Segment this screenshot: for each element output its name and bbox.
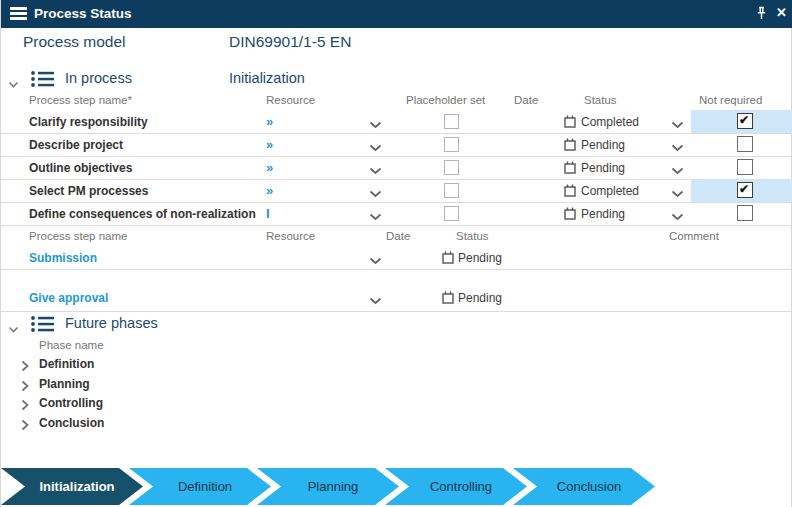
section-phase: Initialization	[229, 70, 305, 86]
status-dropdown-icon[interactable]	[671, 164, 684, 178]
status-dropdown-icon[interactable]	[671, 210, 684, 224]
phase-tree-item[interactable]: Conclusion	[1, 413, 792, 433]
status-dropdown-icon[interactable]	[671, 118, 684, 132]
status-dropdown-icon[interactable]	[671, 141, 684, 155]
placeholder-set-checkbox[interactable]	[444, 137, 459, 152]
not-required-checkbox[interactable]	[737, 113, 753, 129]
collapse-chevron-icon[interactable]	[8, 75, 19, 93]
phase-label: Conclusion	[39, 416, 104, 430]
titlebar: Process Status ✕	[1, 0, 792, 28]
col-date: Date	[514, 94, 538, 106]
ribbon-phase-controlling[interactable]: Controlling	[385, 468, 527, 505]
status-value: Completed	[581, 115, 639, 129]
placeholder-set-checkbox[interactable]	[444, 114, 459, 129]
ribbon-phase-planning[interactable]: Planning	[257, 468, 399, 505]
resource-link[interactable]: »	[266, 137, 273, 152]
list-icon	[29, 314, 55, 338]
step-name: Clarify responsibility	[29, 115, 148, 129]
step-name: Select PM processes	[29, 184, 148, 198]
resource-dropdown-icon[interactable]	[369, 164, 382, 178]
table-row: Outline objectives » Pending	[1, 156, 792, 180]
calendar-icon[interactable]	[564, 138, 576, 154]
calendar-icon[interactable]	[564, 161, 576, 177]
col-date: Date	[386, 230, 410, 242]
section-in-process-header: In process Initialization	[1, 68, 792, 90]
status-value: Pending	[581, 138, 625, 152]
step-table-header: Process step name* Resource Placeholder …	[1, 94, 792, 110]
calendar-icon[interactable]	[442, 291, 454, 307]
resource-link[interactable]: »	[266, 160, 273, 175]
resource-dropdown-icon[interactable]	[369, 187, 382, 201]
col-process-step-name: Process step name	[29, 230, 127, 242]
col-not-required: Not required	[699, 94, 762, 106]
resource-link[interactable]: »	[266, 183, 273, 198]
placeholder-set-checkbox[interactable]	[444, 160, 459, 175]
status-value: Pending	[581, 207, 625, 221]
process-model-label: Process model	[23, 33, 126, 51]
milestone-link[interactable]: Give approval	[29, 291, 108, 305]
resource-dropdown-icon[interactable]	[369, 141, 382, 155]
window-title: Process Status	[34, 6, 132, 21]
menu-icon[interactable]	[10, 7, 27, 20]
process-model-row: Process model DIN69901/1-5 EN	[1, 33, 792, 55]
process-status-window: Process Status ✕ Process model DIN69901/…	[0, 0, 792, 507]
ribbon-phase-definition[interactable]: Definition	[129, 468, 271, 505]
table-row: Clarify responsibility » Completed	[1, 110, 792, 134]
table-row: Give approval Pending	[1, 269, 792, 312]
calendar-icon[interactable]	[442, 251, 454, 267]
phase-label: Definition	[39, 357, 94, 371]
expand-chevron-icon[interactable]	[21, 417, 29, 435]
step-name: Describe project	[29, 138, 123, 152]
section-title: Future phases	[65, 315, 158, 331]
col-status: Status	[456, 230, 489, 242]
not-required-checkbox[interactable]	[737, 136, 753, 152]
placeholder-set-checkbox[interactable]	[444, 206, 459, 221]
resource-dropdown-icon[interactable]	[369, 210, 382, 224]
not-required-checkbox[interactable]	[737, 182, 753, 198]
pin-icon[interactable]	[754, 6, 770, 22]
list-icon	[29, 69, 55, 93]
col-process-step-name: Process step name*	[29, 94, 132, 106]
phase-tree-item[interactable]: Definition	[1, 354, 792, 374]
placeholder-set-checkbox[interactable]	[444, 183, 459, 198]
phase-label: Planning	[39, 377, 90, 391]
status-value: Pending	[458, 291, 502, 305]
status-dropdown-icon[interactable]	[671, 187, 684, 201]
close-icon[interactable]: ✕	[776, 5, 787, 20]
phase-label: Controlling	[39, 396, 103, 410]
section-future-phases-header: Future phases	[1, 313, 792, 335]
table-row: Describe project » Pending	[1, 133, 792, 157]
not-required-checkbox[interactable]	[737, 159, 753, 175]
col-placeholder-set: Placeholder set	[406, 94, 485, 106]
table-row: Select PM processes » Completed	[1, 179, 792, 203]
milestone-link[interactable]: Submission	[29, 251, 97, 265]
ribbon-phase-conclusion[interactable]: Conclusion	[513, 468, 655, 505]
resource-link[interactable]: I	[266, 206, 270, 221]
calendar-icon[interactable]	[564, 207, 576, 223]
status-value: Pending	[458, 251, 502, 265]
resource-dropdown-icon[interactable]	[369, 254, 382, 268]
table-row: Define consequences of non-realization I…	[1, 202, 792, 226]
ribbon-phase-initialization[interactable]: Initialization	[1, 468, 143, 505]
phase-tree-item[interactable]: Planning	[1, 374, 792, 394]
process-model-value: DIN69901/1-5 EN	[229, 33, 351, 51]
resource-dropdown-icon[interactable]	[369, 118, 382, 132]
col-phase-name: Phase name	[39, 339, 104, 351]
step-name: Define consequences of non-realization	[29, 207, 256, 221]
not-required-checkbox[interactable]	[737, 205, 753, 221]
milestone-table-header: Process step name Resource Date Status C…	[1, 230, 792, 246]
calendar-icon[interactable]	[564, 184, 576, 200]
phase-ribbon: Initialization Definition Planning Contr…	[1, 468, 792, 505]
col-resource: Resource	[266, 94, 315, 106]
col-status: Status	[584, 94, 617, 106]
collapse-chevron-icon[interactable]	[8, 320, 19, 338]
resource-dropdown-icon[interactable]	[369, 294, 382, 308]
status-value: Pending	[581, 161, 625, 175]
col-comment: Comment	[669, 230, 719, 242]
phase-tree-item[interactable]: Controlling	[1, 393, 792, 413]
resource-link[interactable]: »	[266, 114, 273, 129]
calendar-icon[interactable]	[564, 115, 576, 131]
table-row: Submission Pending	[1, 246, 792, 270]
status-value: Completed	[581, 184, 639, 198]
section-title: In process	[65, 70, 132, 86]
